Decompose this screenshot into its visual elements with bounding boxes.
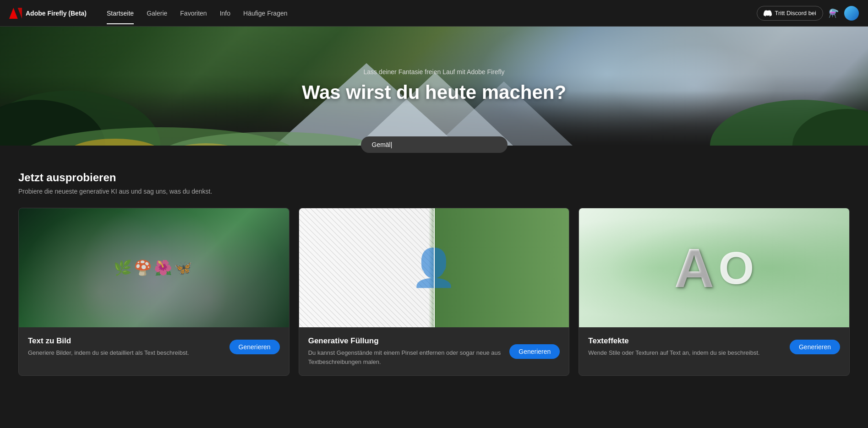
card-title-3: Texteffekte <box>588 336 782 346</box>
letter-a: A <box>674 240 714 295</box>
section-title: Jetzt ausprobieren <box>18 171 850 184</box>
card-title-2: Generative Füllung <box>308 336 502 346</box>
card-texteffekte: A O Texteffekte Wende Stile oder Texture… <box>579 208 850 376</box>
hero-title: Was wirst du heute machen? <box>302 81 566 104</box>
nav-info[interactable]: Info <box>214 6 236 21</box>
svg-marker-1 <box>18 8 22 19</box>
card-body-1: Text zu Bild Generiere Bilder, indem du … <box>19 327 289 367</box>
hero-section: Lass deiner Fantasie freien Lauf mit Ado… <box>0 27 868 146</box>
search-container <box>0 136 868 153</box>
brand[interactable]: Adobe Firefly (Beta) <box>9 8 87 19</box>
generate-button-2[interactable]: Generieren <box>509 344 560 359</box>
card-body-2: Generative Füllung Du kannst Gegenstände… <box>299 327 569 375</box>
card-image-1 <box>19 208 289 327</box>
discord-label: Tritt Discord bei <box>775 10 816 16</box>
svg-marker-0 <box>9 8 18 19</box>
search-input[interactable] <box>361 136 508 153</box>
card-text-zu-bild: Text zu Bild Generiere Bilder, indem du … <box>18 208 289 376</box>
flask-icon[interactable]: ⚗️ <box>829 8 839 18</box>
navbar: Adobe Firefly (Beta) Startseite Galerie … <box>0 0 868 27</box>
brand-name: Adobe Firefly (Beta) <box>26 10 87 17</box>
nav-galerie[interactable]: Galerie <box>141 6 173 21</box>
card-text-1: Text zu Bild Generiere Bilder, indem du … <box>28 336 222 358</box>
card-desc-1: Generiere Bilder, indem du sie detaillie… <box>28 348 222 358</box>
hero-content: Lass deiner Fantasie freien Lauf mit Ado… <box>302 68 566 104</box>
nav-favoriten[interactable]: Favoriten <box>175 6 212 21</box>
section-subtitle: Probiere die neueste generative KI aus u… <box>18 188 850 195</box>
card-generative-fuellung: Generative Füllung Du kannst Gegenstände… <box>299 208 570 376</box>
card-desc-2: Du kannst Gegenstände mit einem Pinsel e… <box>308 348 502 366</box>
adobe-logo-icon <box>9 8 22 19</box>
try-now-section: Jetzt ausprobieren Probiere die neueste … <box>0 171 868 403</box>
card-image-2 <box>299 208 569 327</box>
card-body-3: Texteffekte Wende Stile oder Texturen au… <box>579 327 849 367</box>
generate-button-3[interactable]: Generieren <box>790 340 840 354</box>
text-effect-display: A O <box>579 208 849 327</box>
hero-subtitle: Lass deiner Fantasie freien Lauf mit Ado… <box>302 68 566 76</box>
card-title-1: Text zu Bild <box>28 336 222 346</box>
discord-icon <box>764 9 772 17</box>
nav-haeufige-fragen[interactable]: Häufige Fragen <box>238 6 293 21</box>
user-avatar[interactable] <box>844 6 859 21</box>
card-desc-3: Wende Stile oder Texturen auf Text an, i… <box>588 348 782 358</box>
navbar-right: Tritt Discord bei ⚗️ <box>757 6 859 21</box>
nav-startseite[interactable]: Startseite <box>101 6 139 21</box>
letter-o: O <box>719 245 754 291</box>
bg-removal-divider <box>434 208 435 327</box>
nav-links: Startseite Galerie Favoriten Info Häufig… <box>101 6 757 21</box>
discord-button[interactable]: Tritt Discord bei <box>757 6 823 21</box>
generate-button-1[interactable]: Generieren <box>229 340 280 354</box>
cards-grid: Text zu Bild Generiere Bilder, indem du … <box>18 208 850 376</box>
card-text-2: Generative Füllung Du kannst Gegenstände… <box>308 336 502 366</box>
card-text-3: Texteffekte Wende Stile oder Texturen au… <box>588 336 782 358</box>
card-image-3: A O <box>579 208 849 327</box>
